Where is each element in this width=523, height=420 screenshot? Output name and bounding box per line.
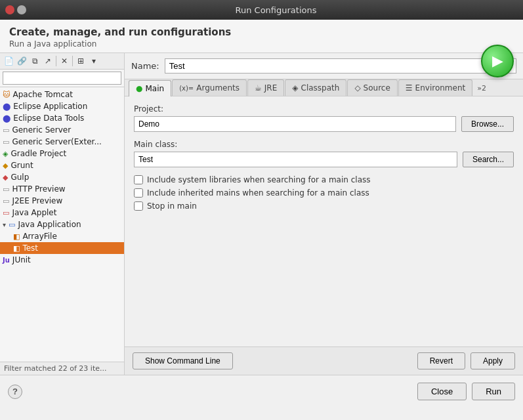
project-row: Browse... <box>134 116 514 132</box>
mainclass-label: Main class: <box>134 140 514 149</box>
run-button[interactable]: Run <box>472 383 515 400</box>
project-input[interactable] <box>134 116 456 132</box>
tab-more[interactable]: »2 <box>473 81 490 96</box>
delete-icon[interactable]: ✕ <box>58 55 70 67</box>
tree-item-gradle[interactable]: ◈ Gradle Project <box>0 148 124 159</box>
tab-classpath[interactable]: ◈ Classpath <box>285 79 346 96</box>
gradle-icon: ◈ <box>3 150 8 158</box>
tree-item-generic-server[interactable]: ▭ Generic Server <box>0 124 124 136</box>
tree-item-test[interactable]: ◧ Test <box>0 242 124 254</box>
tree-item-j2ee-preview[interactable]: ▭ J2EE Preview <box>0 195 124 207</box>
gulp-label: Gulp <box>10 173 29 182</box>
export-icon[interactable]: ↗ <box>42 55 54 67</box>
minimize-window-button[interactable] <box>17 5 26 14</box>
tab-jre[interactable]: ☕ JRE <box>247 79 284 96</box>
duplicate-icon[interactable]: ⧉ <box>29 55 41 67</box>
page-subtitle: Run a Java application <box>9 39 471 49</box>
checkbox-system-libs: Include system libraries when searching … <box>134 175 514 184</box>
name-row: Name: <box>125 53 523 79</box>
mainclass-search-button[interactable]: Search... <box>463 152 514 167</box>
tab-main[interactable]: ● Main <box>129 80 171 96</box>
apply-button[interactable]: Apply <box>471 352 515 369</box>
j2ee-preview-label: J2EE Preview <box>12 196 62 205</box>
tree-item-generic-server-ext[interactable]: ▭ Generic Server(Exter... <box>0 136 124 148</box>
run-quick-button[interactable]: ▶ <box>481 45 514 77</box>
collapse-icon[interactable]: ▾ <box>88 55 100 67</box>
close-button[interactable]: Close <box>417 383 467 400</box>
window-title: Run Configurations <box>34 5 518 15</box>
http-preview-icon: ▭ <box>3 185 9 194</box>
source-tab-icon: ◇ <box>354 83 360 93</box>
checkbox-system-libs-label: Include system libraries when searching … <box>147 175 371 184</box>
junit-label: JUnit <box>12 255 31 264</box>
environment-tab-icon: ☰ <box>406 83 413 93</box>
new-config-icon[interactable]: 📄 <box>3 55 14 67</box>
tab-source[interactable]: ◇ Source <box>347 79 397 96</box>
tab-environment[interactable]: ☰ Environment <box>398 79 472 96</box>
generic-server-ext-icon: ▭ <box>3 138 9 146</box>
search-input[interactable] <box>3 72 121 85</box>
close-window-button[interactable] <box>5 5 14 14</box>
java-applet-icon: ▭ <box>3 209 9 217</box>
tree-item-http-preview[interactable]: ▭ HTTP Preview <box>0 183 124 195</box>
mainclass-input[interactable] <box>134 152 457 167</box>
checkbox-inherited-mains-input[interactable] <box>134 188 143 198</box>
tree-item-eclipse-data[interactable]: ⬤ Eclipse Data Tools <box>0 112 124 124</box>
main-tab-icon: ● <box>136 84 142 93</box>
mainclass-row: Search... <box>134 152 514 167</box>
tree-item-junit[interactable]: Ju JUnit <box>0 254 124 266</box>
right-panel: Name: ● Main (x)= Arguments ☕ JRE ◈ Clas… <box>125 53 523 375</box>
arguments-tab-label: Arguments <box>196 83 240 93</box>
java-app-icon: ▭ <box>9 220 15 229</box>
footer-right: Close Run <box>417 383 515 400</box>
show-command-line-button[interactable]: Show Command Line <box>133 352 233 369</box>
jre-tab-icon: ☕ <box>255 83 262 93</box>
window-controls[interactable] <box>5 5 26 14</box>
arrayfile-icon: ◧ <box>13 232 20 241</box>
checkbox-stop-in-main-input[interactable] <box>134 201 143 211</box>
tabs-bar: ● Main (x)= Arguments ☕ JRE ◈ Classpath … <box>125 79 523 96</box>
tree-item-arrayfile[interactable]: ◧ ArrayFile <box>0 230 124 242</box>
filter-status: Filter matched 22 of 23 ite... <box>0 362 124 375</box>
bottom-right-buttons: Revert Apply <box>417 352 515 369</box>
eclipse-app-icon: ⬤ <box>3 102 10 111</box>
help-button[interactable]: ? <box>8 385 22 399</box>
tree-item-gulp[interactable]: ◆ Gulp <box>0 171 124 183</box>
filter-icon[interactable]: ⊞ <box>75 55 87 67</box>
tree-item-grunt[interactable]: ◆ Grunt <box>0 159 124 171</box>
tree-item-eclipse-app[interactable]: ⬤ Eclipse Application <box>0 100 124 112</box>
java-applet-label: Java Applet <box>12 208 56 217</box>
generic-server-ext-label: Generic Server(Exter... <box>12 137 101 146</box>
generic-server-label: Generic Server <box>12 125 71 135</box>
new-protocol-icon[interactable]: 🔗 <box>16 55 28 67</box>
apache-tomcat-icon: 🐱 <box>3 91 10 99</box>
project-group: Project: Browse... <box>134 104 514 132</box>
mainclass-group: Main class: Search... <box>134 140 514 167</box>
left-toolbar: 📄 🔗 ⧉ ↗ ✕ ⊞ ▾ <box>0 53 124 70</box>
main-tab-label: Main <box>145 84 164 93</box>
jre-tab-label: JRE <box>264 83 277 93</box>
page-title: Create, manage, and run configurations <box>9 26 471 38</box>
gradle-label: Gradle Project <box>10 149 66 158</box>
gulp-icon: ◆ <box>3 173 8 182</box>
footer: ? Close Run <box>0 375 523 408</box>
expand-arrow-icon: ▾ <box>3 221 6 228</box>
grunt-label: Grunt <box>10 161 33 170</box>
search-box <box>0 70 124 87</box>
checkbox-system-libs-input[interactable] <box>134 175 143 184</box>
test-icon: ◧ <box>13 244 20 253</box>
left-panel: 📄 🔗 ⧉ ↗ ✕ ⊞ ▾ 🐱 Apache Tomcat ⬤ Eclipse … <box>0 53 125 375</box>
project-browse-button[interactable]: Browse... <box>461 116 514 132</box>
titlebar: Run Configurations <box>0 0 523 20</box>
tab-arguments[interactable]: (x)= Arguments <box>172 79 247 96</box>
name-input[interactable] <box>165 58 516 74</box>
checkbox-inherited-mains: Include inherited mains when searching f… <box>134 188 514 198</box>
checkbox-stop-in-main: Stop in main <box>134 201 514 211</box>
tree-item-java-applet[interactable]: ▭ Java Applet <box>0 207 124 219</box>
eclipse-data-label: Eclipse Data Tools <box>13 114 84 123</box>
footer-left: ? <box>8 385 22 399</box>
tree-item-apache-tomcat[interactable]: 🐱 Apache Tomcat <box>0 89 124 100</box>
eclipse-data-icon: ⬤ <box>3 114 10 123</box>
tree-item-java-app[interactable]: ▾ ▭ Java Application <box>0 219 124 230</box>
revert-button[interactable]: Revert <box>417 352 465 369</box>
